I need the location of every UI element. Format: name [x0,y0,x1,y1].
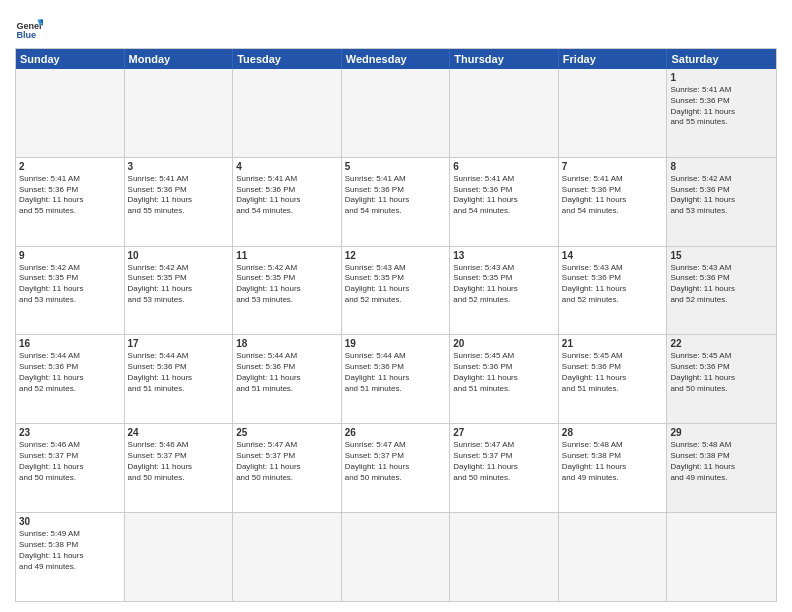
cell-sun-info: Sunrise: 5:42 AM Sunset: 5:35 PM Dayligh… [19,263,121,306]
cal-cell: 16Sunrise: 5:44 AM Sunset: 5:36 PM Dayli… [16,335,125,423]
cal-cell [559,69,668,157]
cell-sun-info: Sunrise: 5:45 AM Sunset: 5:36 PM Dayligh… [453,351,555,394]
day-header-saturday: Saturday [667,49,776,69]
cal-cell: 26Sunrise: 5:47 AM Sunset: 5:37 PM Dayli… [342,424,451,512]
cal-cell [233,69,342,157]
cell-sun-info: Sunrise: 5:47 AM Sunset: 5:37 PM Dayligh… [453,440,555,483]
day-number: 23 [19,426,121,439]
calendar-week-3: 16Sunrise: 5:44 AM Sunset: 5:36 PM Dayli… [16,335,776,424]
cal-cell: 27Sunrise: 5:47 AM Sunset: 5:37 PM Dayli… [450,424,559,512]
cal-cell: 2Sunrise: 5:41 AM Sunset: 5:36 PM Daylig… [16,158,125,246]
cell-sun-info: Sunrise: 5:41 AM Sunset: 5:36 PM Dayligh… [19,174,121,217]
cell-sun-info: Sunrise: 5:49 AM Sunset: 5:38 PM Dayligh… [19,529,121,572]
cal-cell: 24Sunrise: 5:46 AM Sunset: 5:37 PM Dayli… [125,424,234,512]
cell-sun-info: Sunrise: 5:41 AM Sunset: 5:36 PM Dayligh… [128,174,230,217]
cell-sun-info: Sunrise: 5:46 AM Sunset: 5:37 PM Dayligh… [128,440,230,483]
cell-sun-info: Sunrise: 5:41 AM Sunset: 5:36 PM Dayligh… [670,85,773,128]
day-number: 24 [128,426,230,439]
cell-sun-info: Sunrise: 5:42 AM Sunset: 5:35 PM Dayligh… [236,263,338,306]
logo: General Blue [15,14,43,42]
day-number: 21 [562,337,664,350]
svg-text:Blue: Blue [16,30,36,40]
cal-cell: 11Sunrise: 5:42 AM Sunset: 5:35 PM Dayli… [233,247,342,335]
day-number: 4 [236,160,338,173]
cal-cell: 3Sunrise: 5:41 AM Sunset: 5:36 PM Daylig… [125,158,234,246]
day-number: 28 [562,426,664,439]
cell-sun-info: Sunrise: 5:45 AM Sunset: 5:36 PM Dayligh… [562,351,664,394]
day-header-sunday: Sunday [16,49,125,69]
calendar-week-0: 1Sunrise: 5:41 AM Sunset: 5:36 PM Daylig… [16,69,776,158]
cal-cell: 5Sunrise: 5:41 AM Sunset: 5:36 PM Daylig… [342,158,451,246]
day-number: 19 [345,337,447,350]
cal-cell: 9Sunrise: 5:42 AM Sunset: 5:35 PM Daylig… [16,247,125,335]
cell-sun-info: Sunrise: 5:44 AM Sunset: 5:36 PM Dayligh… [19,351,121,394]
cal-cell: 1Sunrise: 5:41 AM Sunset: 5:36 PM Daylig… [667,69,776,157]
cal-cell: 20Sunrise: 5:45 AM Sunset: 5:36 PM Dayli… [450,335,559,423]
cal-cell [125,513,234,601]
day-number: 25 [236,426,338,439]
cell-sun-info: Sunrise: 5:44 AM Sunset: 5:36 PM Dayligh… [236,351,338,394]
cell-sun-info: Sunrise: 5:44 AM Sunset: 5:36 PM Dayligh… [345,351,447,394]
cal-cell: 30Sunrise: 5:49 AM Sunset: 5:38 PM Dayli… [16,513,125,601]
cell-sun-info: Sunrise: 5:41 AM Sunset: 5:36 PM Dayligh… [453,174,555,217]
cal-cell: 15Sunrise: 5:43 AM Sunset: 5:36 PM Dayli… [667,247,776,335]
day-number: 10 [128,249,230,262]
cal-cell [450,69,559,157]
day-number: 2 [19,160,121,173]
cal-cell: 7Sunrise: 5:41 AM Sunset: 5:36 PM Daylig… [559,158,668,246]
day-number: 17 [128,337,230,350]
day-header-tuesday: Tuesday [233,49,342,69]
cell-sun-info: Sunrise: 5:46 AM Sunset: 5:37 PM Dayligh… [19,440,121,483]
cell-sun-info: Sunrise: 5:45 AM Sunset: 5:36 PM Dayligh… [670,351,773,394]
cal-cell: 18Sunrise: 5:44 AM Sunset: 5:36 PM Dayli… [233,335,342,423]
calendar-week-2: 9Sunrise: 5:42 AM Sunset: 5:35 PM Daylig… [16,247,776,336]
cal-cell: 17Sunrise: 5:44 AM Sunset: 5:36 PM Dayli… [125,335,234,423]
day-number: 8 [670,160,773,173]
day-number: 30 [19,515,121,528]
cell-sun-info: Sunrise: 5:41 AM Sunset: 5:36 PM Dayligh… [562,174,664,217]
day-number: 27 [453,426,555,439]
day-number: 13 [453,249,555,262]
cell-sun-info: Sunrise: 5:48 AM Sunset: 5:38 PM Dayligh… [670,440,773,483]
cal-cell [16,69,125,157]
cal-cell: 10Sunrise: 5:42 AM Sunset: 5:35 PM Dayli… [125,247,234,335]
calendar-week-1: 2Sunrise: 5:41 AM Sunset: 5:36 PM Daylig… [16,158,776,247]
cal-cell: 28Sunrise: 5:48 AM Sunset: 5:38 PM Dayli… [559,424,668,512]
cell-sun-info: Sunrise: 5:44 AM Sunset: 5:36 PM Dayligh… [128,351,230,394]
cell-sun-info: Sunrise: 5:43 AM Sunset: 5:35 PM Dayligh… [453,263,555,306]
cal-cell: 13Sunrise: 5:43 AM Sunset: 5:35 PM Dayli… [450,247,559,335]
cal-cell [667,513,776,601]
cell-sun-info: Sunrise: 5:42 AM Sunset: 5:36 PM Dayligh… [670,174,773,217]
day-number: 26 [345,426,447,439]
day-number: 22 [670,337,773,350]
cell-sun-info: Sunrise: 5:41 AM Sunset: 5:36 PM Dayligh… [345,174,447,217]
cal-cell [125,69,234,157]
day-number: 18 [236,337,338,350]
cell-sun-info: Sunrise: 5:48 AM Sunset: 5:38 PM Dayligh… [562,440,664,483]
cal-cell: 21Sunrise: 5:45 AM Sunset: 5:36 PM Dayli… [559,335,668,423]
cal-cell: 12Sunrise: 5:43 AM Sunset: 5:35 PM Dayli… [342,247,451,335]
day-number: 5 [345,160,447,173]
day-number: 12 [345,249,447,262]
day-header-thursday: Thursday [450,49,559,69]
calendar-header: SundayMondayTuesdayWednesdayThursdayFrid… [16,49,776,69]
day-header-monday: Monday [125,49,234,69]
cal-cell [450,513,559,601]
cal-cell: 19Sunrise: 5:44 AM Sunset: 5:36 PM Dayli… [342,335,451,423]
day-number: 15 [670,249,773,262]
calendar: SundayMondayTuesdayWednesdayThursdayFrid… [15,48,777,602]
day-number: 7 [562,160,664,173]
cal-cell: 22Sunrise: 5:45 AM Sunset: 5:36 PM Dayli… [667,335,776,423]
day-number: 1 [670,71,773,84]
cal-cell: 23Sunrise: 5:46 AM Sunset: 5:37 PM Dayli… [16,424,125,512]
cal-cell: 14Sunrise: 5:43 AM Sunset: 5:36 PM Dayli… [559,247,668,335]
calendar-body: 1Sunrise: 5:41 AM Sunset: 5:36 PM Daylig… [16,69,776,601]
cal-cell: 6Sunrise: 5:41 AM Sunset: 5:36 PM Daylig… [450,158,559,246]
day-number: 16 [19,337,121,350]
header: General Blue [15,10,777,42]
cal-cell [233,513,342,601]
cell-sun-info: Sunrise: 5:47 AM Sunset: 5:37 PM Dayligh… [236,440,338,483]
day-number: 29 [670,426,773,439]
day-number: 14 [562,249,664,262]
cell-sun-info: Sunrise: 5:41 AM Sunset: 5:36 PM Dayligh… [236,174,338,217]
